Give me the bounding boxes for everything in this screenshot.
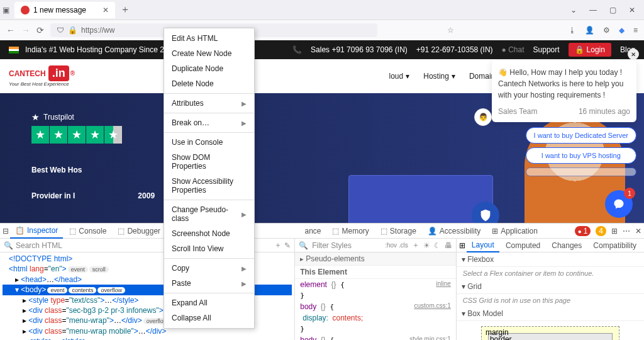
support-link[interactable]: Support — [533, 45, 560, 54]
browser-tab[interactable]: 1 new message ✕ — [14, 2, 115, 18]
announcement-text: India's #1 Web Hosting Company Since 200… — [25, 45, 177, 54]
context-menu-item[interactable]: Show DOM Properties — [164, 150, 254, 174]
bookmark-star-icon[interactable]: ☆ — [447, 26, 454, 35]
context-menu-item[interactable]: Collapse All — [164, 310, 254, 326]
favicon-icon — [21, 6, 30, 14]
tab-compat[interactable]: Compatibility — [588, 239, 641, 252]
sales-phone[interactable]: Sales +91 7096 93 7096 (IN) — [311, 45, 408, 54]
responsive-icon[interactable]: ⊞ — [611, 227, 618, 235]
flexbox-section[interactable]: ▾ Flexbox — [457, 252, 644, 267]
nav-hosting[interactable]: Hosting ▾ — [423, 72, 455, 81]
close-window-icon[interactable]: ✕ — [629, 6, 635, 14]
context-menu-item[interactable]: Use in Console — [164, 135, 254, 150]
download-icon[interactable]: ⭳ — [569, 26, 576, 35]
context-menu-item[interactable]: Edit As HTML — [164, 31, 254, 46]
close-devtools-icon[interactable]: ✕ — [635, 227, 641, 235]
forward-button[interactable]: → — [21, 25, 30, 35]
chat-option-vps[interactable]: I want to buy VPS hosting — [526, 147, 636, 164]
boxmodel-section[interactable]: ▾ Box Model — [457, 307, 644, 321]
url-text: https://ww — [81, 26, 114, 35]
context-menu: Edit As HTMLCreate New NodeDuplicate Nod… — [164, 28, 255, 329]
error-count[interactable]: ● 1 — [575, 226, 591, 236]
tab-storage[interactable]: ⬚ Storage — [375, 224, 421, 238]
menu-icon[interactable]: ≡ — [633, 26, 638, 35]
phone-icon: 📞 — [292, 45, 302, 54]
tab-memory[interactable]: ⬚ Memory — [327, 224, 374, 238]
browser-tab-bar: ▣ 1 new message ✕ ＋ ⌄ — ▢ ✕ — [0, 0, 644, 20]
tab-debugger[interactable]: ⬚ Debugger — [113, 224, 165, 238]
chat-close-icon[interactable]: ✕ — [628, 48, 639, 60]
announcement-bar: India's #1 Web Hosting Company Since 200… — [0, 40, 644, 59]
grid-section[interactable]: ▾ Grid — [457, 280, 644, 294]
warning-count[interactable]: 4 — [596, 226, 606, 236]
context-menu-item[interactable]: Duplicate Node — [164, 61, 254, 76]
chat-popup: 👋 Hello, How may I help you today ! Cant… — [492, 60, 636, 122]
chat-message: 👋 Hello, How may I help you today ! Cant… — [498, 67, 630, 101]
back-button[interactable]: ← — [6, 25, 15, 35]
extension2-icon[interactable]: ◆ — [619, 26, 625, 35]
chat-time: 16 minutes ago — [579, 107, 630, 116]
styles-filter[interactable]: 🔍 Filter Styles:hov .cls＋☀☾🖶 — [295, 239, 456, 252]
box-model-diagram: margin border — [481, 326, 619, 340]
context-menu-item[interactable]: Attributes▶ — [164, 96, 254, 111]
context-menu-item[interactable]: Scroll Into View — [164, 241, 254, 256]
url-bar: ← → ⟳ 🛡 🔒 https://ww ☆ ⭳ 👤 ⚙ ◆ ≡ — [0, 20, 644, 40]
sidebar-toggle-icon[interactable]: ▣ — [3, 6, 9, 14]
minimize-icon[interactable]: — — [589, 6, 597, 14]
close-icon[interactable]: ✕ — [103, 6, 109, 14]
phone2[interactable]: +91 22-697-10358 (IN) — [416, 45, 493, 54]
chat-launcher[interactable]: 1 — [605, 190, 633, 218]
styles-panel: 🔍 Filter Styles:hov .cls＋☀☾🖶 ▸ Pseudo-el… — [295, 239, 457, 340]
dock-icon[interactable]: ⊟ — [3, 227, 9, 235]
context-menu-item[interactable]: Create New Node — [164, 46, 254, 61]
pseudo-section[interactable]: ▸ Pseudo-elements — [295, 252, 456, 266]
chat-quick-replies: I want to buy Dedicated Server I want to… — [526, 127, 636, 176]
toolbar-icons: ⭳ 👤 ⚙ ◆ ≡ — [569, 26, 638, 35]
tab-accessibility[interactable]: 👤 Accessibility — [423, 224, 486, 238]
chat-option-dedicated[interactable]: I want to buy Dedicated Server — [526, 127, 636, 144]
devtools-panel: ⊟ 📋 Inspector ⬚ Console ⬚ Debugger ↑↓ Ne… — [0, 223, 644, 340]
notification-badge: 1 — [624, 188, 635, 199]
this-element-section: This Element — [295, 266, 456, 279]
context-menu-item[interactable]: Copy▶ — [164, 261, 254, 276]
context-menu-item[interactable]: Delete Node — [164, 76, 254, 91]
window-controls: ⌄ — ▢ ✕ — [570, 6, 641, 14]
avatar-icon: 👨 — [474, 108, 492, 126]
lock-icon: 🔒 — [68, 26, 77, 35]
extension-icon[interactable]: ⚙ — [603, 26, 610, 35]
maximize-icon[interactable]: ▢ — [609, 6, 616, 14]
shield-icon: 🛡 — [57, 26, 64, 35]
layout-panel: ⊞ Layout Computed Changes Compatibility … — [457, 239, 644, 340]
logo[interactable]: CANTECH.in® Your Best Host Experience — [9, 65, 75, 87]
context-menu-item[interactable]: Paste▶ — [164, 276, 254, 291]
tab-console[interactable]: ⬚ Console — [64, 224, 111, 238]
tab-performance[interactable]: ance — [299, 224, 326, 238]
india-flag-icon — [9, 47, 19, 54]
login-button[interactable]: 🔒 Login — [569, 43, 611, 57]
tab-inspector[interactable]: 📋 Inspector — [10, 224, 63, 239]
account-icon[interactable]: 👤 — [585, 26, 594, 35]
panel-toggle-icon[interactable]: ⊞ — [459, 241, 465, 250]
reload-button[interactable]: ⟳ — [36, 25, 44, 35]
context-menu-item[interactable]: Screenshot Node — [164, 226, 254, 241]
tab-application[interactable]: ⊞ Application — [487, 224, 543, 238]
chevron-down-icon[interactable]: ⌄ — [570, 6, 577, 14]
context-menu-item[interactable]: Change Pseudo-class▶ — [164, 202, 254, 226]
chat-sender: Sales Team — [498, 107, 537, 116]
grid-note: CSS Grid is not in use on this page — [457, 294, 644, 307]
chat-link[interactable]: ● Chat — [502, 45, 525, 54]
nav-cloud[interactable]: loud ▾ — [389, 72, 410, 81]
context-menu-item[interactable]: Show Accessibility Properties — [164, 174, 254, 198]
chat-option-more[interactable] — [526, 167, 636, 176]
context-menu-item[interactable]: Expand All — [164, 295, 254, 310]
flexbox-note: Select a Flex container or item to conti… — [457, 267, 644, 280]
tab-title: 1 new message — [33, 6, 86, 14]
context-menu-item[interactable]: Break on…▶ — [164, 115, 254, 130]
tab-changes[interactable]: Changes — [547, 239, 587, 252]
layout-tabs: ⊞ Layout Computed Changes Compatibility — [457, 239, 644, 252]
new-tab-button[interactable]: ＋ — [120, 3, 130, 16]
devtools-tab-bar: ⊟ 📋 Inspector ⬚ Console ⬚ Debugger ↑↓ Ne… — [0, 224, 644, 239]
more-icon[interactable]: ⋯ — [623, 227, 630, 235]
tab-layout[interactable]: Layout — [467, 239, 499, 252]
tab-computed[interactable]: Computed — [501, 239, 545, 252]
